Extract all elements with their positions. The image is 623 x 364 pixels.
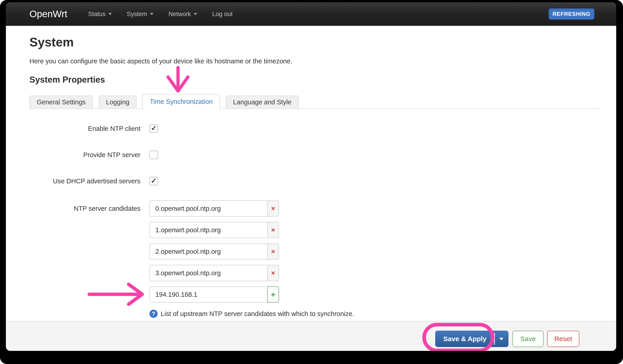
caret-down-icon xyxy=(150,13,154,15)
nav-item-network[interactable]: Network xyxy=(169,11,197,18)
refreshing-badge: REFRESHING xyxy=(549,8,595,20)
form-row-provide-ntp-server: Provide NTP server xyxy=(29,150,600,159)
remove-x-icon: × xyxy=(271,226,275,234)
caret-down-icon xyxy=(194,13,197,15)
remove-x-icon: × xyxy=(271,269,275,277)
remove-server-button[interactable]: × xyxy=(267,243,279,260)
save-apply-split-button: Save & Apply xyxy=(435,331,509,347)
nav-menu: StatusSystemNetworkLog out xyxy=(88,11,247,18)
caret-down-icon xyxy=(108,13,112,15)
tab-bar: General SettingsLoggingTime Synchronizat… xyxy=(29,94,600,109)
provide-ntp-server-checkbox[interactable] xyxy=(150,150,158,159)
ntp-server-input-3[interactable] xyxy=(150,265,267,281)
nav-item-label: Status xyxy=(88,11,106,18)
ntp-candidates-row: NTP server candidates ×××× + ? List of u… xyxy=(29,200,600,318)
nav-item-label: System xyxy=(127,11,147,18)
nav-item-label: Log out xyxy=(212,11,233,18)
ntp-server-input-new[interactable] xyxy=(150,286,267,303)
save-button[interactable]: Save xyxy=(512,331,543,347)
ntp-candidates-list: ×××× + ? List of upstream NTP server can… xyxy=(150,200,354,318)
reset-button[interactable]: Reset xyxy=(547,331,579,347)
tab-time-synchronization[interactable]: Time Synchronization xyxy=(142,94,220,109)
section-title: System Properties xyxy=(29,75,600,85)
ntp-candidates-label: NTP server candidates xyxy=(29,200,140,212)
brand-logo[interactable]: OpenWrt xyxy=(29,9,67,20)
help-icon: ? xyxy=(150,310,158,318)
add-server-button[interactable]: + xyxy=(267,286,279,303)
provide-ntp-server-label: Provide NTP server xyxy=(29,151,140,159)
remove-x-icon: × xyxy=(271,205,275,212)
page-title: System xyxy=(29,35,600,49)
tab-general-settings[interactable]: General Settings xyxy=(29,96,93,108)
ntp-server-input-0[interactable] xyxy=(150,200,267,217)
openwrt-luci-page: OpenWrt StatusSystemNetworkLog out REFRE… xyxy=(6,2,616,351)
save-apply-dropdown-button[interactable] xyxy=(495,331,508,346)
ntp-server-items: ×××× xyxy=(150,200,354,286)
enable-ntp-client-label: Enable NTP client xyxy=(29,125,140,132)
form-row-enable-ntp-client: Enable NTP client✓ xyxy=(29,124,600,133)
ntp-new-entry-group: + xyxy=(150,286,354,303)
tab-logging[interactable]: Logging xyxy=(99,96,136,108)
nav-item-system[interactable]: System xyxy=(127,11,154,18)
use-dhcp-advertised-servers-checkbox[interactable]: ✓ xyxy=(150,177,158,185)
caret-down-icon xyxy=(499,338,503,340)
action-bar: Save & Apply Save Reset xyxy=(6,321,616,351)
remove-server-button[interactable]: × xyxy=(267,222,279,238)
ntp-server-input-1[interactable] xyxy=(150,222,267,238)
main-content: System Here you can configure the basic … xyxy=(6,26,616,318)
remove-server-button[interactable]: × xyxy=(267,200,279,217)
checkmark-icon: ✓ xyxy=(151,177,157,184)
enable-ntp-client-checkbox[interactable]: ✓ xyxy=(150,124,158,133)
ntp-help-text: List of upstream NTP server candidates w… xyxy=(161,310,354,318)
page-description: Here you can configure the basic aspects… xyxy=(29,58,600,65)
save-apply-button[interactable]: Save & Apply xyxy=(436,331,494,346)
remove-x-icon: × xyxy=(271,248,275,255)
tab-language-and-style[interactable]: Language and Style xyxy=(226,96,299,108)
checkbox-rows: Enable NTP client✓Provide NTP serverUse … xyxy=(29,124,600,185)
remove-server-button[interactable]: × xyxy=(267,265,279,281)
ntp-server-entry-group: × xyxy=(150,200,354,217)
ntp-server-input-2[interactable] xyxy=(150,243,267,260)
form-row-use-dhcp-advertised-servers: Use DHCP advertised servers✓ xyxy=(29,177,600,185)
nav-item-log-out[interactable]: Log out xyxy=(212,11,233,18)
checkmark-icon: ✓ xyxy=(151,125,157,132)
ntp-server-entry-group: × xyxy=(150,243,354,260)
nav-item-label: Network xyxy=(169,11,191,18)
use-dhcp-advertised-servers-label: Use DHCP advertised servers xyxy=(29,177,140,185)
screenshot-frame: OpenWrt StatusSystemNetworkLog out REFRE… xyxy=(0,0,623,364)
ntp-server-entry-group: × xyxy=(150,265,354,281)
nav-item-status[interactable]: Status xyxy=(88,11,112,18)
top-navbar: OpenWrt StatusSystemNetworkLog out REFRE… xyxy=(6,2,616,26)
ntp-help-row: ? List of upstream NTP server candidates… xyxy=(150,310,354,318)
time-sync-form: Enable NTP client✓Provide NTP serverUse … xyxy=(29,124,600,318)
ntp-server-entry-group: × xyxy=(150,222,354,238)
plus-icon: + xyxy=(271,290,275,299)
